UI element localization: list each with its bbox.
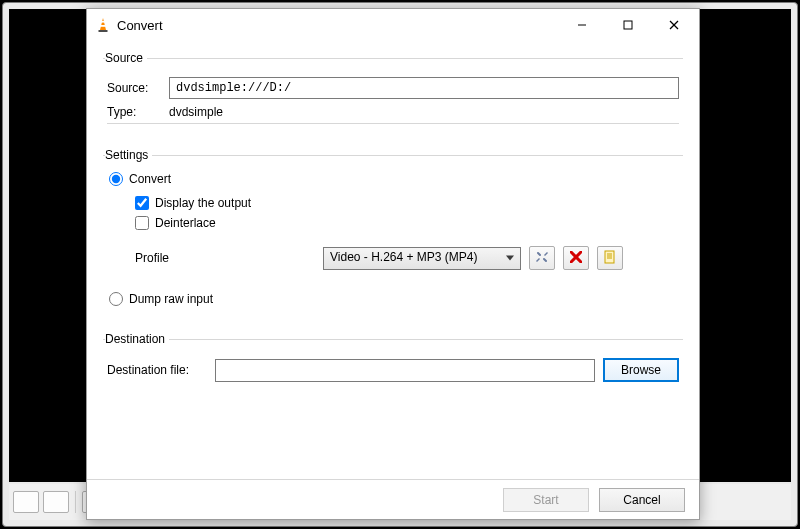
settings-legend: Settings bbox=[105, 148, 152, 162]
delete-icon bbox=[570, 251, 582, 266]
convert-dialog: Convert Source Source: dvdsimple:///D:/ … bbox=[86, 8, 700, 520]
vlc-cone-icon bbox=[95, 17, 111, 33]
svg-rect-10 bbox=[605, 251, 614, 263]
titlebar: Convert bbox=[87, 9, 699, 41]
deinterlace-input[interactable] bbox=[135, 216, 149, 230]
convert-radio[interactable]: Convert bbox=[109, 172, 677, 186]
dump-raw-input[interactable] bbox=[109, 292, 123, 306]
start-button[interactable]: Start bbox=[503, 488, 589, 512]
settings-group: Settings Convert Display the output Dein… bbox=[103, 148, 683, 316]
maximize-button[interactable] bbox=[605, 10, 651, 40]
delete-profile-button[interactable] bbox=[563, 246, 589, 270]
type-label: Type: bbox=[107, 105, 169, 119]
deinterlace-checkbox[interactable]: Deinterlace bbox=[135, 216, 677, 230]
cancel-button-label: Cancel bbox=[623, 493, 660, 507]
tools-icon bbox=[535, 250, 549, 267]
svg-rect-3 bbox=[99, 30, 108, 32]
minimize-button[interactable] bbox=[559, 10, 605, 40]
destination-legend: Destination bbox=[105, 332, 169, 346]
svg-rect-2 bbox=[100, 25, 106, 27]
new-profile-button[interactable] bbox=[597, 246, 623, 270]
source-group: Source Source: dvdsimple:///D:/ Type: dv… bbox=[103, 51, 683, 132]
dialog-footer: Start Cancel bbox=[87, 479, 699, 519]
window-title: Convert bbox=[117, 18, 559, 33]
deinterlace-label: Deinterlace bbox=[155, 216, 216, 230]
edit-profile-button[interactable] bbox=[529, 246, 555, 270]
cancel-button[interactable]: Cancel bbox=[599, 488, 685, 512]
browse-button-label: Browse bbox=[621, 363, 661, 377]
profile-label: Profile bbox=[135, 251, 315, 265]
display-output-input[interactable] bbox=[135, 196, 149, 210]
display-output-checkbox[interactable]: Display the output bbox=[135, 196, 677, 210]
svg-marker-0 bbox=[100, 18, 106, 30]
browse-button[interactable]: Browse bbox=[603, 358, 679, 382]
source-label: Source: bbox=[107, 81, 169, 95]
dialog-content: Source Source: dvdsimple:///D:/ Type: dv… bbox=[87, 41, 699, 479]
start-button-label: Start bbox=[533, 493, 558, 507]
player-control-button[interactable] bbox=[13, 491, 39, 513]
close-button[interactable] bbox=[651, 10, 697, 40]
destination-input[interactable] bbox=[215, 359, 595, 382]
convert-radio-label: Convert bbox=[129, 172, 171, 186]
profile-value: Video - H.264 + MP3 (MP4) bbox=[330, 250, 478, 264]
svg-rect-5 bbox=[624, 21, 632, 29]
player-control-button[interactable] bbox=[43, 491, 69, 513]
destination-group: Destination Destination file: Browse bbox=[103, 332, 683, 390]
source-input[interactable]: dvdsimple:///D:/ bbox=[169, 77, 679, 99]
convert-radio-input[interactable] bbox=[109, 172, 123, 186]
display-output-label: Display the output bbox=[155, 196, 251, 210]
dump-raw-label: Dump raw input bbox=[129, 292, 213, 306]
dump-raw-radio[interactable]: Dump raw input bbox=[109, 292, 677, 306]
source-legend: Source bbox=[105, 51, 147, 65]
new-profile-icon bbox=[603, 250, 617, 267]
svg-rect-1 bbox=[101, 21, 105, 23]
profile-select[interactable]: Video - H.264 + MP3 (MP4) bbox=[323, 247, 521, 270]
destination-label: Destination file: bbox=[107, 363, 207, 377]
type-value: dvdsimple bbox=[169, 105, 223, 119]
